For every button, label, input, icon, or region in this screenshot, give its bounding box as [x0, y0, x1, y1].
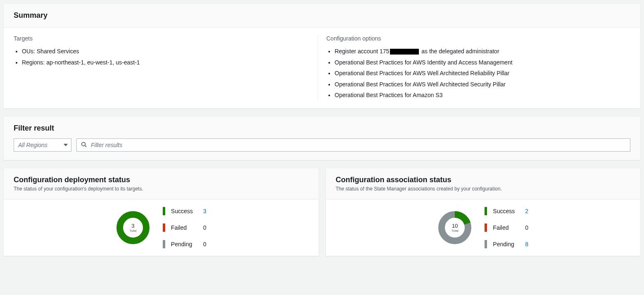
legend-value-pending: 0	[203, 241, 207, 247]
svg-point-0	[82, 142, 86, 146]
config-option-item: Operational Best Practices for Amazon S3	[335, 90, 622, 101]
legend-row-success: Success 3	[163, 207, 207, 215]
donut-center: 3 Total	[116, 210, 150, 245]
legend-value-failed: 0	[203, 224, 207, 231]
config-heading: Configuration options	[326, 35, 622, 42]
filter-panel: Filter result All Regions	[3, 116, 641, 160]
legend-label-success: Success	[493, 208, 519, 214]
summary-panel: Summary Targets OUs: Shared Services Reg…	[3, 3, 641, 109]
legend-value-pending[interactable]: 8	[525, 241, 528, 247]
filter-search-wrap	[76, 138, 630, 152]
donut-center: 10 Total	[437, 210, 472, 245]
search-icon	[81, 141, 87, 148]
association-total-label: Total	[452, 229, 459, 233]
config-option-item: Operational Best Practices for AWS Well …	[335, 68, 622, 79]
association-donut-chart: 10 Total	[437, 210, 472, 245]
region-select-value: All Regions	[18, 142, 48, 148]
filter-body: All Regions	[4, 138, 640, 160]
legend-color-pending	[163, 240, 165, 248]
legend-color-success	[485, 207, 487, 215]
association-status-header: Configuration association status The sta…	[326, 168, 641, 200]
deployment-status-body: 3 Total Success 3 Failed 0 Pending	[4, 200, 318, 256]
deployment-total-value: 3	[131, 223, 134, 229]
config-option-item: Operational Best Practices for AWS Ident…	[335, 57, 622, 68]
legend-value-success[interactable]: 3	[203, 208, 207, 214]
filter-title: Filter result	[14, 124, 630, 133]
targets-item: OUs: Shared Services	[22, 46, 309, 57]
config-opt-prefix: Register account 175	[335, 48, 389, 55]
legend-row-success: Success 2	[485, 207, 528, 215]
association-status-body: 10 Total Success 2 Failed 0 Pending	[326, 200, 641, 256]
deployment-legend: Success 3 Failed 0 Pending 0	[163, 207, 207, 248]
filter-header: Filter result	[4, 117, 640, 138]
filter-row: All Regions	[14, 138, 630, 152]
summary-config-col: Configuration options Register account 1…	[318, 35, 630, 101]
legend-value-failed: 0	[525, 224, 528, 231]
legend-label-failed: Failed	[171, 224, 197, 231]
legend-color-failed	[485, 224, 487, 232]
targets-list: OUs: Shared Services Regions: ap-northea…	[14, 46, 309, 68]
association-status-subtitle: The status of the State Manager associat…	[336, 186, 631, 192]
association-status-panel: Configuration association status The sta…	[326, 168, 641, 256]
config-option-item: Operational Best Practices for AWS Well …	[335, 79, 622, 90]
targets-item: Regions: ap-northeast-1, eu-west-1, us-e…	[22, 57, 309, 68]
summary-targets-col: Targets OUs: Shared Services Regions: ap…	[14, 35, 318, 101]
filter-search-input[interactable]	[77, 139, 630, 151]
legend-label-failed: Failed	[493, 224, 519, 231]
legend-row-pending: Pending 0	[163, 240, 207, 248]
config-opt-suffix: as the delegated administrator	[420, 48, 499, 55]
svg-line-1	[85, 145, 87, 147]
legend-label-pending: Pending	[171, 241, 197, 247]
legend-value-success[interactable]: 2	[525, 208, 528, 214]
legend-color-failed	[163, 224, 165, 232]
region-select[interactable]: All Regions	[14, 138, 71, 152]
association-status-title: Configuration association status	[336, 176, 631, 184]
summary-body: Targets OUs: Shared Services Regions: ap…	[4, 28, 640, 108]
deployment-status-header: Configuration deployment status The stat…	[4, 168, 318, 200]
association-total-value: 10	[452, 223, 458, 229]
status-cards-row: Configuration deployment status The stat…	[3, 168, 641, 256]
config-option-item: Register account 175 as the delegated ad…	[335, 46, 622, 57]
legend-label-pending: Pending	[493, 241, 519, 247]
association-legend: Success 2 Failed 0 Pending 8	[485, 207, 528, 248]
deployment-status-subtitle: The status of your configuration's deplo…	[14, 186, 309, 192]
deployment-total-label: Total	[129, 229, 136, 233]
legend-label-success: Success	[171, 208, 197, 214]
deployment-status-panel: Configuration deployment status The stat…	[3, 168, 319, 256]
summary-header: Summary	[4, 4, 640, 28]
legend-row-pending: Pending 8	[485, 240, 528, 248]
legend-row-failed: Failed 0	[485, 224, 528, 232]
redacted-block	[390, 49, 419, 55]
legend-row-failed: Failed 0	[163, 224, 207, 232]
summary-title: Summary	[14, 11, 630, 20]
deployment-donut-chart: 3 Total	[116, 210, 150, 245]
legend-color-pending	[485, 240, 487, 248]
legend-color-success	[163, 207, 165, 215]
deployment-status-title: Configuration deployment status	[14, 176, 309, 184]
config-options-list: Register account 175 as the delegated ad…	[326, 46, 622, 101]
targets-heading: Targets	[14, 35, 309, 42]
chevron-down-icon	[64, 144, 68, 146]
